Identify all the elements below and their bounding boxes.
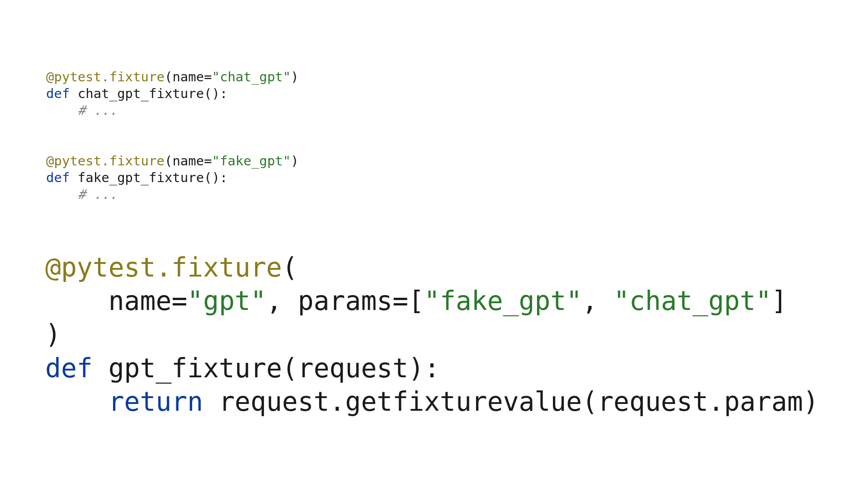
small-code-block: @pytest.fixture(name="chat_gpt") def cha… bbox=[46, 69, 299, 203]
decorator: @pytest.fixture bbox=[46, 153, 165, 169]
indent bbox=[45, 286, 108, 316]
keyword-def: def bbox=[46, 170, 78, 185]
keyword-def: def bbox=[45, 353, 108, 384]
comment: # ... bbox=[78, 187, 117, 202]
string-literal: "chat_gpt" bbox=[212, 69, 291, 84]
indent bbox=[45, 386, 108, 417]
kwarg-params: params bbox=[298, 286, 393, 316]
kwarg-name: name bbox=[172, 69, 204, 84]
code-slide: @pytest.fixture(name="chat_gpt") def cha… bbox=[0, 0, 868, 488]
paren-close: ) bbox=[45, 319, 61, 350]
function-name: chat_gpt_fixture bbox=[78, 86, 204, 101]
paren-open: ( bbox=[282, 353, 298, 384]
function-name: fake_gpt_fixture bbox=[78, 170, 204, 185]
equals: = bbox=[392, 286, 408, 316]
comma: , bbox=[582, 286, 613, 316]
expression: request.getfixturevalue(request.param) bbox=[219, 386, 819, 417]
string-literal: "fake_gpt" bbox=[424, 286, 582, 316]
paren-open: ( bbox=[282, 252, 298, 283]
indent bbox=[46, 187, 78, 202]
keyword-def: def bbox=[46, 86, 78, 101]
paren-open: ( bbox=[165, 153, 172, 169]
function-name: gpt_fixture bbox=[108, 353, 282, 384]
string-literal: "fake_gpt" bbox=[212, 153, 291, 169]
equals: = bbox=[204, 69, 212, 84]
decorator: @pytest.fixture bbox=[45, 252, 282, 283]
equals: = bbox=[204, 153, 212, 169]
big-code-block: @pytest.fixture( name="gpt", params=["fa… bbox=[45, 251, 819, 418]
paren-open: ( bbox=[165, 69, 172, 84]
comment: # ... bbox=[78, 103, 117, 118]
keyword-return: return bbox=[108, 386, 219, 417]
paren-close: ) bbox=[291, 153, 298, 169]
kwarg-name: name bbox=[172, 153, 204, 169]
string-literal: "gpt" bbox=[187, 286, 266, 316]
signature: (): bbox=[204, 86, 227, 101]
paren-close-colon: ): bbox=[408, 353, 440, 384]
indent bbox=[46, 103, 78, 118]
comma: , bbox=[266, 286, 298, 316]
kwarg-name: name bbox=[108, 286, 172, 316]
decorator: @pytest.fixture bbox=[46, 69, 165, 84]
bracket-close: ] bbox=[771, 286, 787, 316]
equals: = bbox=[171, 286, 187, 316]
paren-close: ) bbox=[291, 69, 298, 84]
bracket-open: [ bbox=[408, 286, 424, 316]
string-literal: "chat_gpt" bbox=[613, 286, 771, 316]
param-name: request bbox=[298, 353, 408, 384]
signature: (): bbox=[204, 170, 227, 185]
